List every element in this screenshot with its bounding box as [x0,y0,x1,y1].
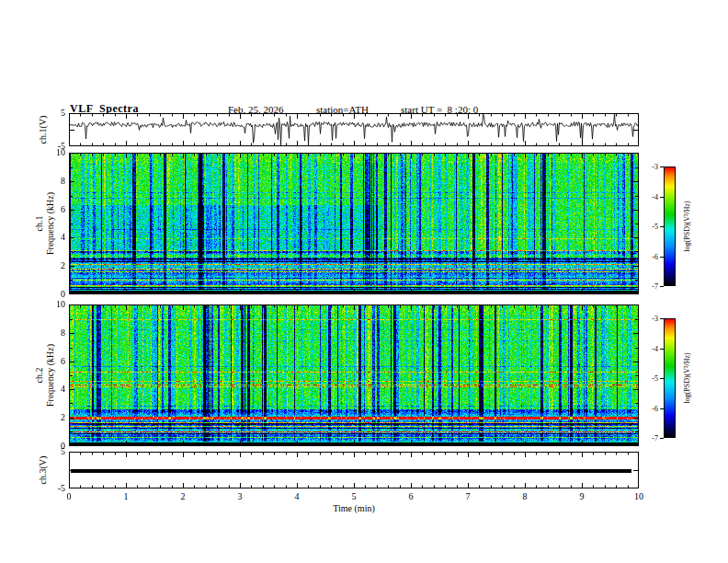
colorbar-tick [660,318,664,319]
colorbar-tick-label: -4 [642,193,658,201]
colorbar-tick-label: -4 [642,345,658,353]
colorbar-tick-label: -7 [642,434,658,442]
colorbar-ch2 [664,318,676,438]
ch3-voltage-axis-label: ch.3(V) [38,456,48,485]
colorbar-tick [660,257,664,258]
y-tick-label: 5 [40,108,65,119]
y-tick-label: 5 [40,446,65,457]
colorbar-tick-label: -5 [642,374,658,383]
x-tick-label: 5 [343,491,365,501]
x-tick-label: 2 [172,491,194,501]
x-tick-label: 3 [229,491,251,501]
y-tick-label: 2 [40,412,65,423]
ch2-channel-label: ch.2 [34,368,44,384]
time-axis-label: Time (min) [317,503,391,513]
ch1-waveform-canvas [69,113,639,146]
colorbar-tick-label: -6 [642,253,658,261]
y-tick-label: 4 [40,232,65,243]
x-tick-label: 1 [115,491,137,501]
colorbar-tick-label: -3 [642,315,658,323]
colorbar-tick [660,226,664,227]
y-tick-label: 6 [40,204,65,215]
ch1-channel-label: ch.1 [34,216,44,232]
colorbar-tick [660,349,664,350]
colorbar-tick-label: -3 [642,163,658,171]
y-tick-label: 10 [40,147,65,158]
ch2-frequency-axis-label: Frequency (kHz) [45,344,55,407]
vlf-figure: VLF Spectra Feb. 25, 2026 station=ATH st… [0,0,728,563]
colorbar-tick-label: -5 [642,223,658,231]
x-tick-label: 10 [628,491,650,501]
colorbar-ch2-axis-label: log(PSD)(V²/Hz) [683,352,691,403]
ch1-voltage-axis-label: ch.1(V) [38,116,48,144]
colorbar-tick-label: -6 [642,405,658,413]
y-tick-label: 4 [40,384,65,395]
y-tick-label: 8 [40,327,65,339]
colorbar-tick [660,438,664,439]
colorbar-tick [660,286,664,287]
ch2-spectrogram-canvas [69,304,639,446]
ch1-frequency-axis-label: Frequency (kHz) [45,192,55,255]
y-tick-label: 2 [40,260,65,271]
x-tick-label: 0 [58,491,80,501]
colorbar-ch1 [664,167,676,286]
colorbar-tick [660,197,664,198]
x-tick-label: 8 [514,491,536,501]
x-tick-label: 7 [457,491,479,501]
colorbar-tick [660,167,664,167]
ch3-waveform-canvas [69,452,639,488]
colorbar-ch1-axis-label: log(PSD)(V²/Hz) [683,201,691,251]
x-tick-label: 4 [286,491,308,501]
colorbar-tick [660,408,664,409]
y-tick-label: 6 [40,356,65,367]
x-tick-label: 6 [400,491,422,501]
colorbar-tick-label: -7 [642,282,658,291]
colorbar-tick [660,378,664,379]
ch1-spectrogram-canvas [69,153,639,294]
y-tick-label: 8 [40,176,65,187]
y-tick-label: 10 [40,299,65,310]
x-tick-label: 9 [571,491,593,501]
